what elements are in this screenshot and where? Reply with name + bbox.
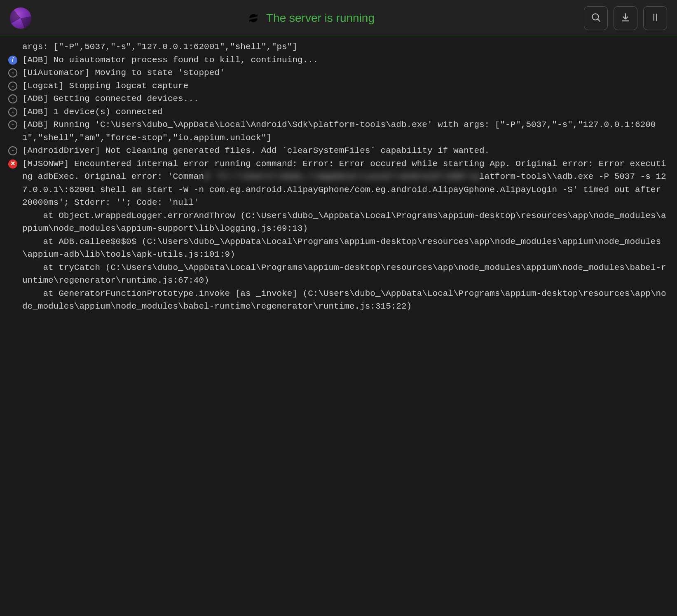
redacted-text: d 'C\:\\Users\\dubo_\\AppData\\Local\\An… [204, 172, 479, 181]
search-icon [590, 12, 601, 24]
log-panel[interactable]: args: ["-P",5037,"-s","127.0.0.1:62001",… [0, 36, 677, 616]
log-message: [ADB] Running 'C:\Users\dubo_\AppData\Lo… [22, 118, 669, 144]
header-bar: The server is running [0, 0, 677, 36]
log-message: [AndroidDriver] Not cleaning generated f… [22, 144, 669, 157]
download-icon [620, 12, 631, 24]
status-area: The server is running [39, 9, 584, 27]
info-badge-icon: i [8, 56, 17, 65]
log-message: [ADB] Getting connected devices... [22, 92, 669, 105]
header-actions [584, 6, 667, 30]
none-badge-icon [8, 42, 17, 52]
log-line: [UiAutomator] Moving to state 'stopped' [8, 66, 669, 80]
pause-button[interactable] [643, 6, 667, 30]
server-status-text: The server is running [266, 9, 375, 27]
debug-badge-icon [8, 146, 17, 155]
log-message: [Logcat] Stopping logcat capture [22, 80, 669, 93]
log-line: [Logcat] Stopping logcat capture [8, 80, 669, 93]
appium-logo-icon [10, 7, 31, 29]
app-window: The server is running args: ["-P",5037,"… [0, 0, 677, 616]
debug-badge-icon [8, 94, 17, 103]
log-line: args: ["-P",5037,"-s","127.0.0.1:62001",… [8, 40, 669, 54]
debug-badge-icon [8, 108, 17, 117]
debug-badge-icon [8, 82, 17, 91]
log-line: [ADB] Running 'C:\Users\dubo_\AppData\Lo… [8, 118, 669, 144]
download-button[interactable] [614, 6, 637, 30]
search-button[interactable] [584, 6, 608, 30]
log-message: [UiAutomator] Moving to state 'stopped' [22, 66, 669, 80]
error-badge-icon: ✕ [8, 159, 17, 169]
log-line: i[ADB] No uiautomator process found to k… [8, 54, 669, 67]
refresh-icon [248, 13, 259, 23]
log-line: [ADB] Getting connected devices... [8, 92, 669, 105]
log-message: args: ["-P",5037,"-s","127.0.0.1:62001",… [22, 40, 669, 54]
log-message: [ADB] 1 device(s) connected [22, 105, 669, 119]
log-message: [MJSONWP] Encountered internal error run… [22, 157, 669, 313]
log-line: ✕[MJSONWP] Encountered internal error ru… [8, 157, 669, 313]
debug-badge-icon [8, 68, 17, 77]
logo-slot [10, 7, 39, 29]
log-line: [AndroidDriver] Not cleaning generated f… [8, 144, 669, 157]
log-message: [ADB] No uiautomator process found to ki… [22, 54, 669, 67]
svg-line-1 [598, 19, 600, 21]
debug-badge-icon [8, 120, 17, 129]
log-line: [ADB] 1 device(s) connected [8, 105, 669, 119]
pause-icon [650, 12, 661, 24]
